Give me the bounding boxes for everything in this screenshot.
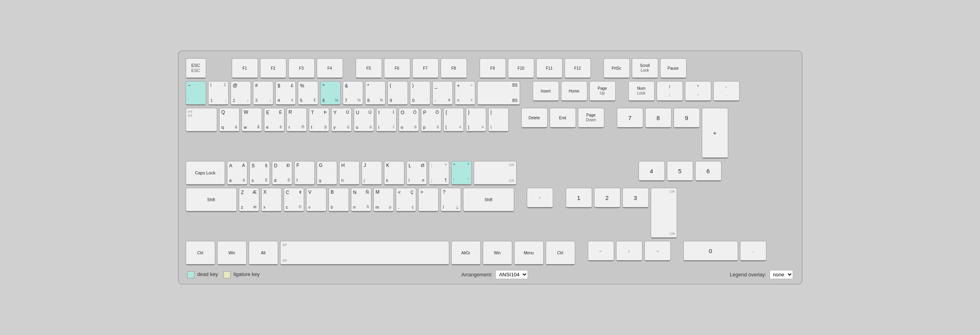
key-tilde[interactable]: ~ ` [186,81,206,105]
key-2[interactable]: @ 2 ² [231,81,251,105]
key-num4[interactable]: 4 [639,161,665,181]
key-numdot[interactable]: . [740,241,766,261]
key-minus[interactable]: _ - ¥ [432,81,453,105]
key-pageup[interactable]: PageUp [589,81,616,102]
key-quote[interactable]: " '' ' '' [451,161,472,185]
key-f8[interactable]: F8 [441,58,467,79]
key-f2[interactable]: F2 [260,58,286,79]
key-f5[interactable]: F5 [356,58,382,79]
key-6[interactable]: ^ 6 ¼ [320,81,341,105]
key-backspace[interactable]: BS BS [477,81,520,105]
key-home[interactable]: Home [561,81,587,102]
key-s[interactable]: S § s ß [249,161,270,185]
key-backslash[interactable]: | \ [488,108,509,132]
key-i[interactable]: I Í i í [376,108,397,132]
key-numpad-enter[interactable]: CR CR [651,188,677,239]
key-f3[interactable]: F3 [288,58,315,79]
key-f10[interactable]: F10 [508,58,534,79]
key-l[interactable]: L Ø l ø [406,161,427,185]
key-7[interactable]: & 7 ½ [343,81,363,105]
key-m[interactable]: M m µ [373,188,394,212]
key-f9[interactable]: F9 [480,58,506,79]
key-altgr[interactable]: AltGr [451,241,481,265]
key-0[interactable]: ) 0 ' [410,81,430,105]
key-z[interactable]: Z Æ z æ [239,188,259,212]
key-g[interactable]: G g [317,161,337,185]
key-numpad-slash[interactable]: // [657,81,683,102]
key-h[interactable]: H h [339,161,360,185]
key-f[interactable]: F f [294,161,315,185]
key-8[interactable]: * 8 ¾ [365,81,386,105]
key-numlock[interactable]: NumLock [628,81,655,102]
key-num7[interactable]: 7 [617,108,643,128]
key-num8[interactable]: 8 [645,108,672,128]
key-space[interactable]: SP SP [280,241,449,265]
key-arrow-up[interactable]: ↑ [527,188,553,208]
key-prtsc[interactable]: PrtSc [604,58,630,79]
key-pause[interactable]: Pause [660,58,687,79]
key-d[interactable]: D Ð d ð [272,161,292,185]
key-v[interactable]: V v [306,188,327,212]
key-f11[interactable]: F11 [536,58,563,79]
key-3[interactable]: # 3 ³ [253,81,273,105]
key-4[interactable]: $ £ 4 ¤ [275,81,296,105]
key-ctrl-right[interactable]: Ctrl [546,241,575,265]
key-win-left[interactable]: Win [217,241,247,265]
key-alt[interactable]: Alt [249,241,278,265]
key-p[interactable]: P Ö p ö [421,108,441,132]
key-e[interactable]: E É e é [264,108,284,132]
key-arrow-right[interactable]: → [644,241,671,261]
key-insert[interactable]: Insert [533,81,559,102]
key-j[interactable]: J j [362,161,382,185]
key-lbracket[interactable]: { [ « [443,108,464,132]
key-num5[interactable]: 5 [667,161,693,181]
key-5[interactable]: % 5 € [298,81,318,105]
key-y[interactable]: Y Ü y ü [331,108,352,132]
key-1[interactable]: 1 ! 1 i [208,81,229,105]
key-num2[interactable]: 2 [594,188,620,208]
key-num0[interactable]: 0 [683,241,738,261]
key-esc[interactable]: ESC ESC [186,58,206,79]
key-arrow-down[interactable]: ↓ [616,241,642,261]
key-period[interactable]: > . [418,188,439,212]
key-t[interactable]: T Þ t þ [309,108,329,132]
key-enter[interactable]: CR CR [474,161,517,185]
key-equals[interactable]: + ÷ = × [455,81,475,105]
key-delete[interactable]: Delete [521,108,548,128]
key-f7[interactable]: F7 [412,58,439,79]
key-slash[interactable]: ? / ¿ [441,188,461,212]
key-k[interactable]: K k [384,161,404,185]
key-end[interactable]: End [550,108,576,128]
key-f6[interactable]: F6 [384,58,410,79]
key-shift-right[interactable]: Shift [463,188,514,212]
key-f1[interactable]: F1 [232,58,258,79]
key-numpad-minus[interactable]: -- [713,81,740,102]
key-f4[interactable]: F4 [317,58,343,79]
key-shift-left[interactable]: Shift [186,188,237,212]
key-comma[interactable]: < Ç , ç [396,188,416,212]
key-x[interactable]: X x [261,188,282,212]
key-capslock[interactable]: Caps Lock [186,161,225,185]
legend-overlay-select[interactable]: none AltGr Shift [770,270,793,279]
key-arrow-left[interactable]: ← [588,241,614,261]
key-rbracket[interactable]: } ] » [466,108,486,132]
key-9[interactable]: ( 9 ' [388,81,408,105]
key-b[interactable]: B b [329,188,349,212]
key-n[interactable]: N Ñ n ñ [351,188,371,212]
key-a[interactable]: A Á a á [227,161,247,185]
key-numpad-asterisk[interactable]: ** [685,81,711,102]
key-scroll[interactable]: ScrollLock [632,58,658,79]
key-r[interactable]: R r ® [286,108,307,132]
key-u[interactable]: U Ú u ú [354,108,374,132]
key-f12[interactable]: F12 [565,58,591,79]
key-w[interactable]: W w å [242,108,262,132]
key-q[interactable]: Q q ä [219,108,240,132]
key-num9[interactable]: 9 [674,108,700,128]
key-semicolon[interactable]: : ° ; ¶ [429,161,449,185]
key-ctrl-left[interactable]: Ctrl [186,241,215,265]
arrangement-select[interactable]: ANSI104 ISO105 JIS [495,270,528,279]
key-c[interactable]: C ¢ c © [284,188,304,212]
key-menu[interactable]: Menu [514,241,544,265]
key-num1[interactable]: 1 [566,188,592,208]
key-num6[interactable]: 6 [695,161,722,181]
